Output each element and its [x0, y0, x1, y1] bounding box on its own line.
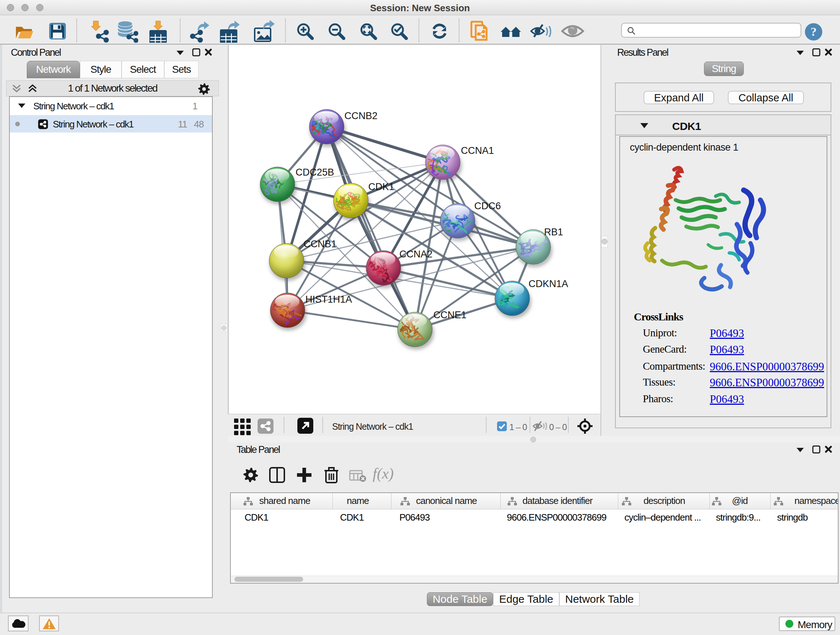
svg-text:CDC25B: CDC25B	[295, 167, 334, 178]
svg-text:CCNB2: CCNB2	[344, 111, 378, 121]
svg-text:CDKN1A: CDKN1A	[529, 279, 568, 289]
svg-text:CCNB1: CCNB1	[303, 239, 337, 249]
svg-text:CCNA1: CCNA1	[461, 145, 494, 156]
svg-text:CDK1: CDK1	[368, 181, 394, 192]
svg-text:CCNA2: CCNA2	[399, 249, 433, 260]
svg-text:RB1: RB1	[544, 226, 563, 238]
svg-text:CCNE1: CCNE1	[433, 310, 467, 320]
svg-text:?: ?	[811, 25, 817, 38]
svg-text:CDC6: CDC6	[474, 201, 501, 211]
svg-text:HIST1H1A: HIST1H1A	[305, 294, 352, 305]
